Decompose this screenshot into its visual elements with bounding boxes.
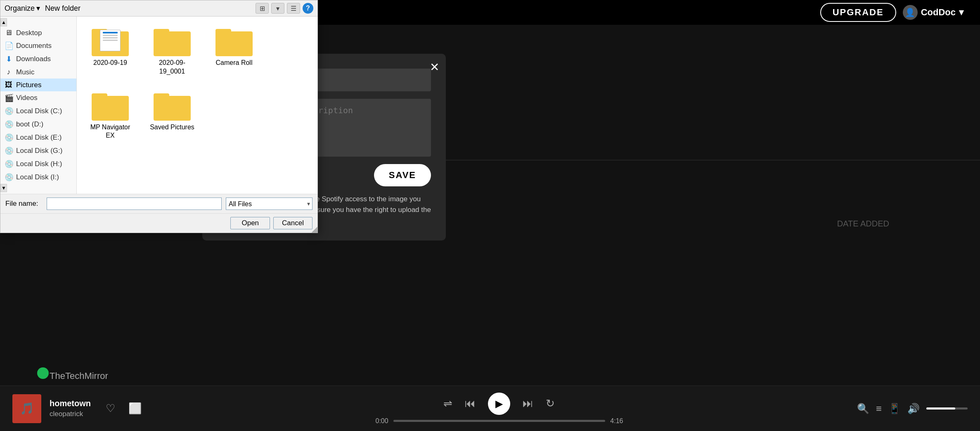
- next-button[interactable]: ⏭: [523, 397, 533, 410]
- nav-label-documents: Documents: [16, 42, 52, 50]
- search-icon[interactable]: 🔍: [857, 403, 869, 414]
- date-added-header: DATE ADDED: [837, 219, 889, 229]
- shuffle-button[interactable]: ⇌: [443, 397, 452, 410]
- user-name: CodDoc: [921, 7, 956, 18]
- progress-bar[interactable]: [393, 420, 606, 422]
- file-open-dialog: Organize ▾ New folder ⊞ ▾ ☰ ? ▲ 🖥 Deskto…: [0, 0, 318, 233]
- track-artist: cleopatrick: [50, 410, 91, 418]
- track-name: hometown: [50, 399, 91, 408]
- nav-item-downloads[interactable]: ⬇ Downloads: [0, 52, 76, 66]
- preview-icon[interactable]: ☰: [287, 3, 300, 14]
- folder-icon-2020-09-19-0001: [154, 26, 191, 56]
- nav-scroll-up[interactable]: ▲: [0, 18, 7, 26]
- nav-item-local-disk-c[interactable]: 💿 Local Disk (C:): [0, 105, 76, 118]
- disk-c-icon: 💿: [5, 107, 13, 116]
- organize-label: Organize: [5, 4, 35, 13]
- document-overlay-icon: [100, 30, 121, 51]
- heart-icon[interactable]: ♡: [106, 402, 115, 415]
- nav-label-pictures: Pictures: [16, 81, 41, 89]
- folder-item-mp-navigator[interactable]: MP Navigator EX: [83, 88, 137, 144]
- pictures-icon: 🖼: [5, 81, 13, 89]
- desktop-icon: 🖥: [5, 29, 13, 37]
- picture-in-picture-icon[interactable]: ⬜: [128, 402, 142, 415]
- nav-label-local-disk-i: Local Disk (I:): [16, 173, 59, 181]
- nav-item-pictures[interactable]: 🖼 Pictures: [0, 79, 76, 91]
- nav-item-documents[interactable]: 📄 Documents: [0, 39, 76, 52]
- file-type-select[interactable]: All Files: [226, 198, 312, 210]
- folder-icon-camera-roll: [215, 26, 253, 56]
- navigation-pane: ▲ 🖥 Desktop 📄 Documents ⬇ Downloads ♪ Mu…: [0, 17, 77, 194]
- nav-item-local-disk-i[interactable]: 💿 Local Disk (I:): [0, 171, 76, 184]
- disk-e-icon: 💿: [5, 133, 13, 142]
- volume-icon[interactable]: 🔊: [907, 403, 920, 414]
- folder-icon-mp-navigator: [92, 91, 129, 121]
- cancel-button[interactable]: Cancel: [273, 217, 312, 229]
- help-button[interactable]: ?: [303, 3, 313, 14]
- nav-scroll-down[interactable]: ▼: [0, 184, 7, 192]
- file-dialog-body: ▲ 🖥 Desktop 📄 Documents ⬇ Downloads ♪ Mu…: [0, 17, 317, 194]
- folder-item-saved-pictures[interactable]: Saved Pictures: [145, 88, 199, 144]
- view-toggle-icon[interactable]: ⊞: [256, 3, 269, 14]
- new-folder-button[interactable]: New folder: [45, 4, 80, 13]
- view-dropdown-icon[interactable]: ▾: [271, 3, 284, 14]
- nav-label-boot-d: boot (D:): [16, 120, 43, 129]
- nav-label-local-disk-c: Local Disk (C:): [16, 107, 62, 115]
- controls-row: ⇌ ⏮ ▶ ⏭ ↻: [443, 393, 555, 415]
- music-icon: ♪: [5, 68, 13, 76]
- folder-label-mp-navigator: MP Navigator EX: [87, 123, 134, 140]
- play-button[interactable]: ▶: [488, 393, 510, 415]
- file-type-select-wrapper: All Files ▾: [226, 198, 312, 210]
- nav-label-music: Music: [16, 68, 34, 76]
- toolbar-icons: ⊞ ▾ ☰ ?: [256, 3, 313, 14]
- volume-bar[interactable]: [926, 407, 968, 410]
- disk-g-icon: 💿: [5, 146, 13, 155]
- nav-label-local-disk-h: Local Disk (H:): [16, 160, 62, 168]
- track-info: hometown cleopatrick: [50, 399, 91, 418]
- file-dialog-toolbar: Organize ▾ New folder ⊞ ▾ ☰ ?: [0, 0, 317, 17]
- prev-button[interactable]: ⏮: [465, 397, 476, 410]
- downloads-icon: ⬇: [5, 55, 13, 64]
- nav-label-desktop: Desktop: [16, 29, 42, 37]
- user-area[interactable]: 👤 CodDoc ▾: [903, 5, 963, 20]
- resize-handle[interactable]: [312, 227, 317, 233]
- right-controls: 🔍 ≡ 📱 🔊: [857, 403, 968, 414]
- nav-label-local-disk-g: Local Disk (G:): [16, 147, 62, 155]
- folder-label-2020-09-19: 2020-09-19: [93, 59, 127, 67]
- nav-item-videos[interactable]: 🎬 Videos: [0, 91, 76, 105]
- devices-icon[interactable]: 📱: [888, 403, 901, 414]
- filename-label: File name:: [5, 200, 43, 208]
- save-button[interactable]: SAVE: [374, 164, 431, 186]
- folder-item-camera-roll[interactable]: Camera Roll: [207, 23, 261, 79]
- time-current: 0:00: [375, 417, 388, 425]
- upgrade-button[interactable]: UPGRADE: [820, 3, 896, 22]
- filename-bar: File name: All Files ▾: [0, 194, 317, 213]
- nav-item-local-disk-h[interactable]: 💿 Local Disk (H:): [0, 157, 76, 171]
- nav-item-music[interactable]: ♪ Music: [0, 66, 76, 79]
- documents-icon: 📄: [5, 41, 13, 50]
- disk-d-icon: 💿: [5, 120, 13, 129]
- nav-item-boot-d[interactable]: 💿 boot (D:): [0, 118, 76, 131]
- nav-item-desktop[interactable]: 🖥 Desktop: [0, 26, 76, 39]
- bottom-channel-label: TheTechMirror: [50, 371, 108, 381]
- folder-label-saved-pictures: Saved Pictures: [150, 123, 194, 132]
- folder-label-camera-roll: Camera Roll: [216, 59, 253, 67]
- nav-label-local-disk-e: Local Disk (E:): [16, 133, 62, 142]
- nav-item-local-disk-e[interactable]: 💿 Local Disk (E:): [0, 131, 76, 144]
- repeat-button[interactable]: ↻: [546, 397, 555, 410]
- track-thumbnail: 🎵: [12, 394, 41, 423]
- folder-item-2020-09-19-0001[interactable]: 2020-09-19_0001: [145, 23, 199, 79]
- folder-icon-saved-pictures: [154, 91, 191, 121]
- nav-label-videos: Videos: [16, 94, 38, 102]
- modal-close-button[interactable]: ✕: [430, 60, 439, 74]
- organize-menu[interactable]: Organize ▾: [5, 4, 40, 13]
- nav-item-local-disk-g[interactable]: 💿 Local Disk (G:): [0, 144, 76, 157]
- folder-item-2020-09-19[interactable]: 2020-09-19: [83, 23, 137, 79]
- player-controls: ⇌ ⏮ ▶ ⏭ ↻ 0:00 4:16: [150, 393, 849, 425]
- filename-input[interactable]: [47, 198, 222, 210]
- user-dropdown-arrow: ▾: [959, 7, 963, 18]
- organize-dropdown-arrow: ▾: [36, 4, 40, 13]
- open-button[interactable]: Open: [230, 217, 270, 229]
- folder-label-2020-09-19-0001: 2020-09-19_0001: [149, 59, 196, 76]
- green-status-dot: [37, 367, 49, 379]
- queue-icon[interactable]: ≡: [876, 403, 882, 414]
